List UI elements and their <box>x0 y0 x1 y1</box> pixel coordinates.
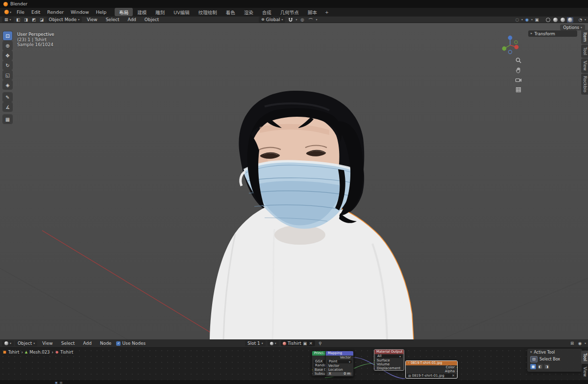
viewport-3d[interactable]: ⊡ ⊕ ✥ ↻ ◱ ◈ ✎ ∡ ▦ User Perspective (23) … <box>0 23 588 339</box>
vector-output-socket[interactable] <box>352 357 354 359</box>
node-mapping[interactable]: Mapping Vector Point▾ Vector Location X0… <box>325 351 354 377</box>
shader-menu-view[interactable]: View <box>39 340 56 346</box>
viewport-menu-object[interactable]: Object <box>141 17 162 23</box>
viewport-menu-view[interactable]: View <box>83 17 100 23</box>
shading-solid-icon[interactable] <box>552 17 559 23</box>
tool-annotate[interactable]: ✎ <box>3 93 12 102</box>
perspective-toggle-icon[interactable] <box>514 86 522 94</box>
shader-menu-select[interactable]: Select <box>58 340 78 346</box>
select-mode-subtract-icon[interactable]: ◨ <box>544 364 550 369</box>
color-output-socket[interactable] <box>456 366 458 369</box>
select-mode-extend-icon[interactable]: ◧ <box>537 364 543 369</box>
tool-move[interactable]: ✥ <box>3 51 12 60</box>
gizmo-toggle-icon[interactable]: ◌ <box>514 17 520 23</box>
base-color-socket[interactable] <box>312 369 313 371</box>
image-datablock-field[interactable]: ▨ 0819-T-shirt-01.jpg ✕ <box>407 374 456 378</box>
node-overlays-icon[interactable]: ◉ <box>577 340 583 346</box>
editor-type-button[interactable]: ⊞ ▾ <box>2 17 14 23</box>
menu-render[interactable]: Render <box>44 9 67 15</box>
slot-selector[interactable]: Slot 1 ▾ <box>245 340 266 346</box>
workspace-tab-rendering[interactable]: 渲染 <box>240 8 258 16</box>
unlink-material-icon[interactable]: ✕ <box>309 340 313 346</box>
menu-window[interactable]: Window <box>67 9 92 15</box>
material-name-field[interactable]: Tishirt ▣ ✕ <box>281 340 315 346</box>
viewport-menu-add[interactable]: Add <box>124 17 139 23</box>
add-workspace-button[interactable]: + <box>321 9 332 16</box>
pan-hand-icon[interactable] <box>514 66 522 74</box>
displacement-socket[interactable] <box>374 367 375 370</box>
workspace-tab-texture-paint[interactable]: 纹理绘制 <box>194 8 221 16</box>
mode-icon-3[interactable]: ◩ <box>31 17 37 23</box>
node-image-texture[interactable]: ◦ 0819-T-shirt-01.jpg Color Alpha ▨ 0819… <box>405 360 458 379</box>
node-header[interactable]: Mapping <box>326 351 353 356</box>
viewport-scene[interactable] <box>0 23 588 339</box>
tool-measure[interactable]: ∡ <box>3 102 12 111</box>
pin-icon[interactable]: ⚲ <box>317 340 323 346</box>
breadcrumb-mesh[interactable]: Mesh.023 <box>29 350 49 355</box>
snap-dropdown-caret[interactable]: ▾ <box>295 18 297 21</box>
mode-icon-1[interactable]: ◧ <box>15 17 22 23</box>
snap-node-icon[interactable]: ⊞ <box>569 340 575 346</box>
shader-tab-view[interactable]: View <box>581 364 588 379</box>
tool-add-cube[interactable]: ▦ <box>3 115 12 124</box>
subsurface-socket[interactable] <box>312 373 313 375</box>
menu-help[interactable]: Help <box>93 9 110 15</box>
sidebar-tab-rockbio[interactable]: Rockbio <box>581 74 588 95</box>
location-x-slider[interactable]: X0 m <box>327 372 352 376</box>
zoom-icon[interactable] <box>514 56 522 64</box>
select-mode-new-icon[interactable]: ▦ <box>530 364 536 369</box>
shader-tab-tool[interactable]: Tool <box>581 351 588 364</box>
workspace-tab-sculpting[interactable]: 雕刻 <box>151 8 169 16</box>
use-nodes-checkbox[interactable]: ✓ <box>116 341 121 346</box>
xray-toggle-icon[interactable]: ▣ <box>534 17 540 23</box>
transform-orientation-selector[interactable]: ⊕ Global ▾ <box>259 17 285 23</box>
workspace-tab-compositing[interactable]: 合成 <box>258 8 276 16</box>
output-target-dropdown[interactable]: All▾ <box>376 355 402 358</box>
shading-options-icon[interactable]: ◔ <box>577 17 584 23</box>
vector-input-socket[interactable] <box>325 365 327 367</box>
tool-rotate[interactable]: ↻ <box>3 61 12 70</box>
node-canvas[interactable]: ■ Tshirt › ▲ Mesh.023 › ● Tishirt Princi… <box>0 348 588 380</box>
node-header[interactable]: Material Output <box>374 350 404 354</box>
proportional-editing-icon[interactable]: ◎ <box>299 17 305 23</box>
sidebar-tab-view[interactable]: View <box>581 58 588 73</box>
menu-edit[interactable]: Edit <box>28 9 44 15</box>
tool-cursor[interactable]: ⊕ <box>3 41 12 50</box>
surface-socket[interactable] <box>374 359 375 362</box>
menu-file[interactable]: File <box>13 9 28 15</box>
mode-icon-2[interactable]: ◨ <box>23 17 29 23</box>
shader-menu-node[interactable]: Node <box>97 340 115 346</box>
falloff-dropdown-caret[interactable]: ▾ <box>316 18 317 21</box>
unlink-image-icon[interactable]: ✕ <box>452 374 455 378</box>
tool-scale[interactable]: ◱ <box>3 71 12 79</box>
snap-magnet-icon[interactable] <box>287 17 294 23</box>
workspace-tab-scripting[interactable]: 脚本 <box>303 8 321 16</box>
workspace-tab-shading[interactable]: 着色 <box>221 8 240 16</box>
mapping-type-dropdown[interactable]: Point▾ <box>327 360 352 363</box>
mode-selector[interactable]: Object Mode ▾ <box>47 17 82 23</box>
workspace-tab-uv-editing[interactable]: UV编辑 <box>169 8 194 16</box>
sidebar-tab-tool[interactable]: Tool <box>581 45 588 58</box>
node-material-output[interactable]: Material Output All▾ Surface Volume Disp… <box>374 349 404 371</box>
mode-icon-4[interactable]: ◪ <box>39 17 45 23</box>
active-tool-selector[interactable]: ⊡ Select Box <box>530 356 579 362</box>
volume-socket[interactable] <box>374 363 375 366</box>
alpha-output-socket[interactable] <box>456 370 458 373</box>
viewport-menu-select[interactable]: Select <box>102 17 123 23</box>
shader-menu-add[interactable]: Add <box>79 340 95 346</box>
material-browse-button[interactable]: ▾ <box>268 340 279 346</box>
shader-editor-type-button[interactable]: ▾ <box>2 340 14 346</box>
sidebar-tab-item[interactable]: Item <box>581 30 588 44</box>
shading-rendered-icon[interactable] <box>567 17 573 23</box>
tool-transform[interactable]: ◈ <box>3 80 12 89</box>
collapse-icon[interactable]: ▾ <box>530 351 532 354</box>
shading-wireframe-icon[interactable] <box>545 17 551 23</box>
transform-panel-header[interactable]: ▸ Transform <box>528 30 577 37</box>
camera-view-icon[interactable] <box>514 76 522 84</box>
tool-box-select[interactable]: ⊡ <box>3 31 12 40</box>
falloff-icon[interactable]: ⌒ <box>307 17 314 23</box>
blender-menu-button[interactable]: ▾ <box>2 10 13 14</box>
navigation-gizmo[interactable] <box>500 34 520 54</box>
shader-type-selector[interactable]: Object ▾ <box>15 340 37 346</box>
overlays-toggle-icon[interactable]: ◉ <box>524 17 530 23</box>
